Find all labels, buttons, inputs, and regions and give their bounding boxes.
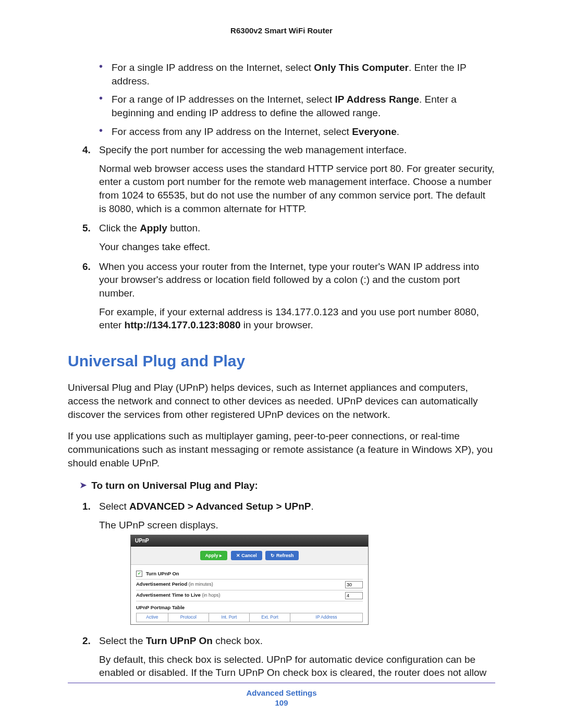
adv-period-input[interactable]: [345, 581, 363, 588]
step-4: 4. Specify the port number for accessing…: [68, 143, 495, 215]
upnp-paragraph-1: Universal Plug and Play (UPnP) helps dev…: [68, 381, 495, 421]
step-1: 1. Select ADVANCED > Advanced Setup > UP…: [68, 500, 495, 625]
adv-period-row: Advertisement Period (in minutes): [136, 579, 363, 590]
upnp-enable-row: ✔ Turn UPnP On: [136, 569, 363, 579]
document-body: For a single IP address on the Internet,…: [68, 61, 495, 680]
step-number: 2.: [82, 634, 91, 648]
cancel-button[interactable]: ✕ Cancel: [231, 551, 262, 560]
step-number: 4.: [82, 143, 91, 157]
bold-text: http://134.177.0.123:8080: [125, 319, 241, 330]
step-5: 5. Click the Apply button. Your changes …: [68, 221, 495, 253]
bullet-item: For a range of IP addresses on the Inter…: [99, 93, 495, 119]
bold-text: Apply: [140, 223, 167, 233]
steps-list-a: 4. Specify the port number for accessing…: [68, 143, 495, 332]
step-text: in your browser.: [240, 319, 313, 330]
portmap-table-title: UPnP Portmap Table: [136, 604, 363, 612]
step-text: When you access your router from the Int…: [99, 261, 479, 299]
step-text: Specify the port number for accessing th…: [99, 144, 407, 155]
bullet-text: For a range of IP addresses on the Inter…: [112, 94, 335, 105]
step-text: Click the: [99, 223, 140, 233]
step-number: 6.: [82, 260, 91, 274]
step-paragraph: By default, this check box is selected. …: [99, 653, 495, 680]
page-header: R6300v2 Smart WiFi Router: [68, 26, 495, 35]
step-number: 5.: [82, 221, 91, 235]
bold-text: IP Address Range: [335, 94, 419, 105]
step-6: 6. When you access your router from the …: [68, 260, 495, 332]
step-number: 1.: [82, 500, 91, 513]
ip-options-bullets: For a single IP address on the Internet,…: [68, 61, 495, 138]
step-paragraph: The UPnP screen displays.: [99, 519, 495, 532]
row-label: Advertisement Time to Live: [136, 592, 201, 598]
bold-text: Only This Computer: [314, 62, 409, 73]
footer-rule: [68, 683, 495, 683]
step-paragraph: For example, if your external address is…: [99, 305, 495, 332]
col-int-port: Int. Port: [209, 613, 249, 622]
step-text: Select the: [99, 635, 146, 646]
product-title: R6300v2 Smart WiFi Router: [230, 26, 333, 35]
bullet-text: For access from any IP address on the In…: [112, 126, 352, 137]
turn-upnp-on-checkbox[interactable]: ✔: [136, 571, 142, 577]
upnp-titlebar: UPnP: [131, 535, 368, 547]
procedure-title: To turn on Universal Plug and Play:: [91, 480, 258, 491]
chapter-name: Advanced Settings: [68, 688, 495, 697]
adv-ttl-row: Advertisement Time to Live (in hops): [136, 590, 363, 601]
step-paragraph: Your changes take effect.: [99, 240, 495, 254]
step-text: button.: [167, 223, 200, 233]
steps-list-b: 1. Select ADVANCED > Advanced Setup > UP…: [68, 500, 495, 680]
portmap-table: Active Protocol Int. Port Ext. Port IP A…: [136, 613, 363, 622]
bullet-text: For a single IP address on the Internet,…: [112, 62, 314, 73]
bold-text: Everyone: [352, 126, 397, 137]
col-active: Active: [137, 613, 168, 622]
section-heading-upnp: Universal Plug and Play: [68, 351, 495, 372]
arrow-icon: ➤: [79, 479, 89, 491]
upnp-screenshot: UPnP Apply ▸ ✕ Cancel ↻ Refresh ✔ Turn U…: [130, 535, 369, 625]
bold-text: Turn UPnP On: [146, 635, 213, 646]
bold-text: ADVANCED > Advanced Setup > UPnP: [129, 501, 311, 512]
col-ip: IP Address: [290, 613, 363, 622]
bullet-item: For access from any IP address on the In…: [99, 125, 495, 139]
refresh-button[interactable]: ↻ Refresh: [265, 551, 299, 560]
step-text: Select: [99, 501, 129, 512]
row-label: Advertisement Period: [136, 581, 187, 587]
row-units: (in hops): [202, 593, 221, 598]
upnp-paragraph-2: If you use applications such as multipla…: [68, 429, 495, 470]
step-text: .: [311, 501, 314, 512]
step-text: check box.: [213, 635, 263, 646]
bullet-item: For a single IP address on the Internet,…: [99, 61, 495, 88]
step-2: 2. Select the Turn UPnP On check box. By…: [68, 634, 495, 680]
col-protocol: Protocol: [168, 613, 209, 622]
col-ext-port: Ext. Port: [249, 613, 290, 622]
row-units: (in minutes): [189, 582, 213, 587]
bullet-text: .: [397, 126, 399, 137]
apply-button[interactable]: Apply ▸: [200, 551, 228, 560]
procedure-heading: ➤ To turn on Universal Plug and Play:: [79, 479, 495, 492]
checkbox-label: Turn UPnP On: [146, 571, 179, 576]
step-paragraph: Normal web browser access uses the stand…: [99, 162, 495, 216]
page-footer: Advanced Settings 109: [68, 678, 495, 707]
upnp-form: ✔ Turn UPnP On Advertisement Period (in …: [131, 565, 368, 624]
upnp-toolbar: Apply ▸ ✕ Cancel ↻ Refresh: [131, 547, 368, 565]
adv-ttl-input[interactable]: [345, 592, 363, 599]
page-number: 109: [68, 698, 495, 707]
